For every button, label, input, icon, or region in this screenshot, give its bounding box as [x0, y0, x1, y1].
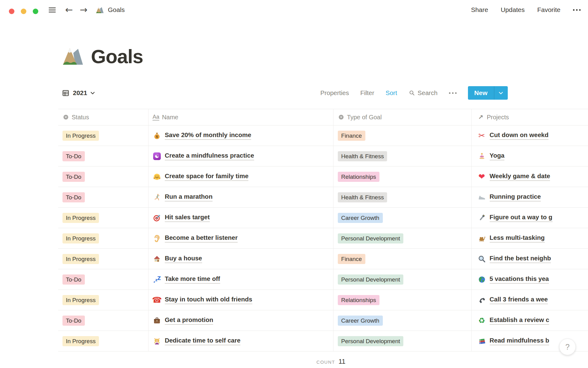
project-link[interactable]: Read mindfulness b	[490, 337, 549, 345]
name-cell[interactable]: $Save 20% of monthly income	[149, 125, 334, 146]
project-cell[interactable]: Yoga	[472, 146, 588, 166]
project-cell[interactable]: Figure out a way to g	[472, 208, 588, 228]
filter-button[interactable]: Filter	[360, 89, 374, 97]
status-cell[interactable]: To-Do	[58, 146, 149, 166]
hamburger-menu-icon[interactable]	[48, 6, 56, 14]
more-options-icon[interactable]	[573, 9, 581, 11]
header-projects-label: Projects	[487, 114, 509, 121]
type-of-goal-cell[interactable]: Health & Fitness	[334, 146, 471, 166]
status-cell[interactable]: To-Do	[58, 167, 149, 187]
toolbar-more-icon[interactable]	[449, 92, 457, 94]
header-projects[interactable]: ↗ Projects	[472, 109, 588, 125]
type-of-goal-cell[interactable]: Personal Development	[334, 331, 471, 351]
status-cell[interactable]: To-Do	[58, 310, 149, 331]
project-link[interactable]: Weekly game & date	[490, 172, 550, 181]
type-of-goal-cell[interactable]: Career Growth	[334, 310, 471, 331]
new-dropdown-chevron-icon[interactable]	[494, 86, 508, 100]
scissors-icon: ✂	[478, 132, 486, 140]
status-cell[interactable]: In Progress	[58, 249, 149, 269]
project-link[interactable]: Running practice	[490, 193, 541, 201]
project-link[interactable]: Call 3 friends a wee	[490, 296, 548, 304]
new-button[interactable]: New	[468, 86, 508, 100]
type-badge: Health & Fitness	[338, 192, 387, 202]
new-button-label[interactable]: New	[468, 86, 494, 100]
type-of-goal-cell[interactable]: Finance	[334, 249, 471, 269]
close-window-button[interactable]	[9, 9, 14, 14]
svg-text:Z: Z	[157, 275, 161, 281]
project-link[interactable]: Cut down on weekd	[490, 131, 548, 140]
status-cell[interactable]: In Progress	[58, 228, 149, 248]
goal-name-link[interactable]: Stay in touch with old friends	[165, 296, 252, 304]
table-footer: COUNT 11	[58, 351, 348, 366]
project-link[interactable]: Establish a review c	[490, 316, 549, 325]
goal-name-link[interactable]: Create space for family time	[165, 172, 248, 181]
status-cell[interactable]: In Progress	[58, 290, 149, 310]
goal-name-link[interactable]: Become a better listener	[165, 234, 238, 243]
minimize-window-button[interactable]	[21, 9, 26, 14]
back-icon[interactable]: ←	[65, 5, 73, 14]
help-button[interactable]: ?	[559, 339, 576, 355]
type-of-goal-cell[interactable]: Personal Development	[334, 269, 471, 289]
name-cell[interactable]: Hit sales target	[149, 208, 334, 228]
name-cell[interactable]: Run a marathon	[149, 187, 334, 207]
books-icon	[478, 337, 486, 345]
updates-button[interactable]: Updates	[501, 6, 525, 13]
forward-icon[interactable]: →	[80, 5, 87, 14]
name-cell[interactable]: Become a better listener	[149, 228, 334, 248]
table-row: In Progress☎Stay in touch with old frien…	[58, 290, 588, 310]
project-link[interactable]: Find the best neighb	[490, 255, 551, 263]
type-of-goal-cell[interactable]: Relationships	[334, 290, 471, 310]
type-badge: Career Growth	[338, 213, 383, 223]
status-cell[interactable]: In Progress	[58, 125, 149, 146]
project-link[interactable]: Figure out a way to g	[490, 213, 552, 222]
name-cell[interactable]: ☯Create a mindfulness practice	[149, 146, 334, 166]
favorite-button[interactable]: Favorite	[537, 6, 560, 13]
project-cell[interactable]: Call 3 friends a wee	[472, 290, 588, 310]
goal-name-link[interactable]: Create a mindfulness practice	[165, 152, 254, 160]
name-cell[interactable]: zzZTake more time off	[149, 269, 334, 289]
goal-name-link[interactable]: Run a marathon	[165, 193, 213, 201]
type-of-goal-cell[interactable]: Personal Development	[334, 228, 471, 248]
status-cell[interactable]: To-Do	[58, 187, 149, 207]
share-button[interactable]: Share	[471, 6, 488, 13]
project-cell[interactable]: ♻Establish a review c	[472, 310, 588, 331]
header-name[interactable]: Aa Name	[149, 109, 334, 125]
name-cell[interactable]: Buy a house	[149, 249, 334, 269]
goal-name-link[interactable]: Take more time off	[165, 275, 220, 284]
status-cell[interactable]: In Progress	[58, 331, 149, 351]
name-cell[interactable]: Get a promotion	[149, 310, 334, 331]
project-link[interactable]: 5 vacations this yea	[490, 275, 549, 284]
breadcrumb-doc-title[interactable]: Goals	[108, 6, 125, 13]
project-cell[interactable]: ✂Cut down on weekd	[472, 125, 588, 146]
project-cell[interactable]: ❤Weekly game & date	[472, 167, 588, 187]
status-cell[interactable]: To-Do	[58, 269, 149, 289]
type-of-goal-cell[interactable]: Career Growth	[334, 208, 471, 228]
project-link[interactable]: Yoga	[490, 152, 505, 160]
name-cell[interactable]: ☎Stay in touch with old friends	[149, 290, 334, 310]
goal-name-link[interactable]: Save 20% of monthly income	[165, 131, 251, 140]
page-mountain-icon[interactable]	[62, 45, 84, 67]
goal-name-link[interactable]: Buy a house	[165, 255, 202, 263]
properties-button[interactable]: Properties	[320, 89, 349, 97]
project-cell[interactable]: 5 vacations this yea	[472, 269, 588, 289]
goal-name-link[interactable]: Hit sales target	[165, 213, 210, 222]
header-status[interactable]: Status	[58, 109, 149, 125]
type-of-goal-cell[interactable]: Health & Fitness	[334, 187, 471, 207]
search-button[interactable]: Search	[409, 89, 438, 97]
header-type-of-goal[interactable]: Type of Goal	[334, 109, 471, 125]
zoom-window-button[interactable]	[33, 9, 38, 14]
project-cell[interactable]: Less multi-tasking	[472, 228, 588, 248]
type-of-goal-cell[interactable]: Relationships	[334, 167, 471, 187]
status-cell[interactable]: In Progress	[58, 208, 149, 228]
name-cell[interactable]: Dedicate time to self care	[149, 331, 334, 351]
name-cell[interactable]: Create space for family time	[149, 167, 334, 187]
goal-name-link[interactable]: Dedicate time to self care	[165, 337, 240, 345]
project-cell[interactable]: Find the best neighb	[472, 249, 588, 269]
type-of-goal-cell[interactable]: Finance	[334, 125, 471, 146]
search-label: Search	[418, 89, 438, 97]
project-link[interactable]: Less multi-tasking	[490, 234, 545, 243]
view-switcher[interactable]: 2021	[62, 86, 95, 100]
goal-name-link[interactable]: Get a promotion	[165, 316, 213, 325]
sort-button[interactable]: Sort	[386, 89, 397, 97]
project-cell[interactable]: Running practice	[472, 187, 588, 207]
